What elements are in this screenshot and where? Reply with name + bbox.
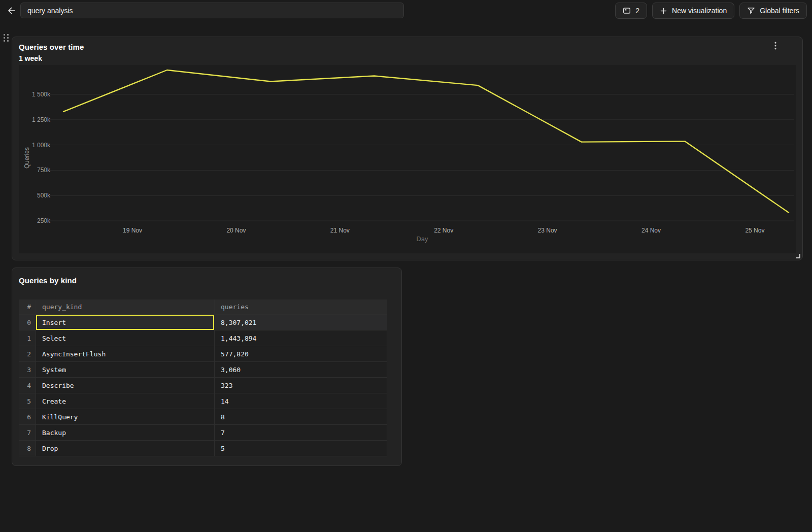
table-row: 3System3,060 <box>19 362 387 378</box>
table-header-row: #query_kindqueries <box>19 300 387 315</box>
topbar-actions: 2 New visualization Global filters <box>615 3 807 19</box>
table-row: 2AsyncInsertFlush577,820 <box>19 346 387 362</box>
cell-query-kind[interactable]: KillQuery <box>36 409 214 424</box>
table-row: 0Insert8,307,021 <box>19 315 387 330</box>
svg-text:1 250k: 1 250k <box>32 116 51 123</box>
funnel-icon <box>747 7 755 15</box>
column-header-query-kind: query_kind <box>36 300 214 314</box>
cell-query-kind[interactable]: Describe <box>36 378 214 393</box>
cell-queries[interactable]: 1,443,894 <box>214 330 387 346</box>
svg-text:23 Nov: 23 Nov <box>538 227 557 234</box>
new-visualization-button[interactable]: New visualization <box>652 3 734 19</box>
table-panel-title: Queries by kind <box>19 276 77 285</box>
cell-index[interactable]: 6 <box>19 409 36 424</box>
cell-queries[interactable]: 7 <box>214 425 387 440</box>
chart-panel-subtitle: 1 week <box>19 54 42 62</box>
table-row: 4Describe323 <box>19 378 387 393</box>
cell-queries[interactable]: 8 <box>214 409 387 424</box>
global-filters-button[interactable]: Global filters <box>739 3 807 19</box>
new-visualization-label: New visualization <box>672 7 727 15</box>
column-header-index: # <box>19 300 36 314</box>
cell-index[interactable]: 7 <box>19 425 36 440</box>
svg-text:21 Nov: 21 Nov <box>330 227 350 234</box>
svg-text:750k: 750k <box>37 167 51 174</box>
topbar: 2 New visualization Global filters <box>0 0 812 21</box>
svg-text:500k: 500k <box>37 192 51 199</box>
cell-queries[interactable]: 8,307,021 <box>214 315 387 330</box>
back-button[interactable] <box>5 4 18 17</box>
global-filters-label: Global filters <box>760 7 799 15</box>
column-header-queries: queries <box>214 300 387 314</box>
y-tick-labels: 250k500k750k1 000k1 250k1 500k <box>32 91 51 224</box>
table-row: 6KillQuery8 <box>19 409 387 425</box>
plus-icon <box>660 7 667 15</box>
cell-index[interactable]: 8 <box>19 441 36 456</box>
panel-drag-handle-icon[interactable] <box>4 34 9 42</box>
cell-query-kind[interactable]: System <box>36 362 214 377</box>
dashboard-title-input[interactable] <box>20 3 404 18</box>
kebab-vertical-icon <box>774 42 776 50</box>
svg-text:24 Nov: 24 Nov <box>641 227 661 234</box>
chart-canvas[interactable]: 250k500k750k1 000k1 250k1 500k19 Nov20 N… <box>19 65 796 253</box>
cell-index[interactable]: 5 <box>19 393 36 409</box>
x-axis-title: Day <box>416 235 428 243</box>
x-tick-labels: 19 Nov20 Nov21 Nov22 Nov23 Nov24 Nov25 N… <box>123 227 764 234</box>
table-row: 7Backup7 <box>19 425 387 441</box>
cell-index[interactable]: 1 <box>19 330 36 346</box>
cell-query-kind[interactable]: AsyncInsertFlush <box>36 346 214 361</box>
svg-text:1 500k: 1 500k <box>32 91 51 98</box>
cell-index[interactable]: 0 <box>19 315 36 330</box>
cell-index[interactable]: 2 <box>19 346 36 361</box>
cell-queries[interactable]: 14 <box>214 393 387 409</box>
panel-resize-handle[interactable] <box>796 254 800 258</box>
cell-query-kind[interactable]: Insert <box>36 315 214 330</box>
svg-text:22 Nov: 22 Nov <box>434 227 453 234</box>
table-row: 5Create14 <box>19 393 387 409</box>
arrow-left-icon <box>7 6 16 15</box>
cell-index[interactable]: 4 <box>19 378 36 393</box>
cell-queries[interactable]: 323 <box>214 378 387 393</box>
y-axis-title: Queries <box>23 147 30 169</box>
svg-text:250k: 250k <box>37 217 51 224</box>
console-window-icon <box>623 7 631 15</box>
cell-query-kind[interactable]: Drop <box>36 441 214 456</box>
queries-over-time-panel: Queries over time 1 week 250k500k750k1 0… <box>12 37 803 260</box>
visualization-count-button[interactable]: 2 <box>615 3 647 19</box>
table-row: 8Drop5 <box>19 441 387 456</box>
cell-index[interactable]: 3 <box>19 362 36 377</box>
svg-text:1 000k: 1 000k <box>32 142 51 149</box>
cell-query-kind[interactable]: Create <box>36 393 214 409</box>
y-grid <box>50 94 794 221</box>
queries-by-kind-panel: Queries by kind #query_kindqueries0Inser… <box>12 268 402 466</box>
queries-table: #query_kindqueries0Insert8,307,0211Selec… <box>19 300 387 456</box>
cell-queries[interactable]: 5 <box>214 441 387 456</box>
queries-over-time-chart: 250k500k750k1 000k1 250k1 500k19 Nov20 N… <box>19 65 796 253</box>
cell-query-kind[interactable]: Backup <box>36 425 214 440</box>
visualization-count: 2 <box>635 7 639 15</box>
cell-queries[interactable]: 3,060 <box>214 362 387 377</box>
chart-panel-title: Queries over time <box>19 43 84 51</box>
cell-queries[interactable]: 577,820 <box>214 346 387 361</box>
table-row: 1Select1,443,894 <box>19 330 387 346</box>
svg-text:19 Nov: 19 Nov <box>123 227 142 234</box>
queries-line-series[interactable] <box>63 70 789 213</box>
panel-menu-button[interactable] <box>771 41 780 51</box>
svg-text:20 Nov: 20 Nov <box>226 227 246 234</box>
cell-query-kind[interactable]: Select <box>36 330 214 346</box>
svg-text:25 Nov: 25 Nov <box>745 227 764 234</box>
